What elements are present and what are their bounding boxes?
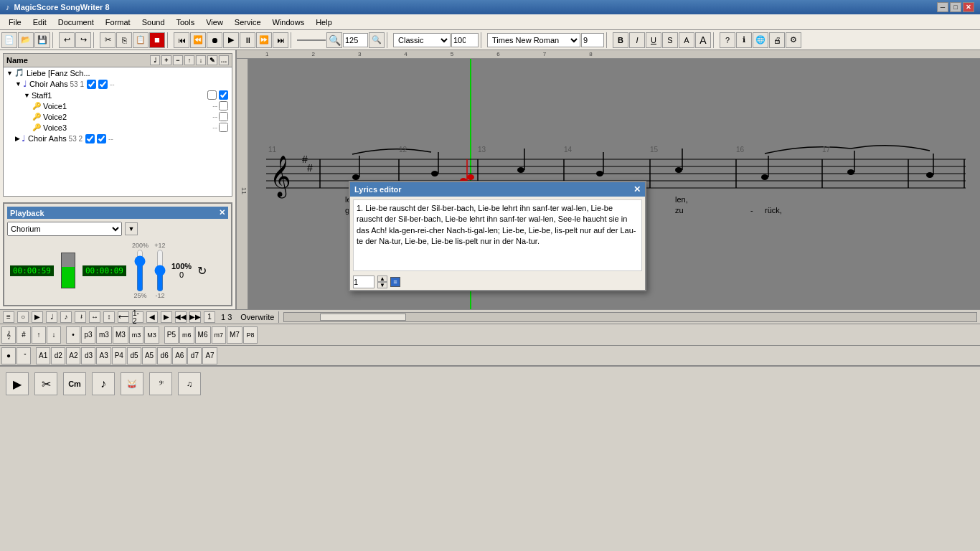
- menu-help[interactable]: Help: [310, 17, 338, 28]
- lyrics-close-button[interactable]: ✕: [633, 184, 641, 194]
- horizontal-scrollbar[interactable]: [283, 312, 977, 322]
- status-icon-4[interactable]: ♩: [46, 311, 57, 323]
- bt-P5[interactable]: P5: [164, 326, 179, 344]
- menu-edit[interactable]: Edit: [27, 17, 52, 28]
- volume-slider[interactable]: [154, 249, 166, 292]
- bt-M3[interactable]: M3: [113, 326, 128, 344]
- menu-tools[interactable]: Tools: [171, 17, 201, 28]
- tree-icon-4[interactable]: ↑: [184, 55, 194, 65]
- tb-play[interactable]: ▶: [223, 32, 239, 48]
- bt-rest[interactable]: 𝄻: [17, 347, 31, 364]
- tree-icon-1[interactable]: ♩: [150, 55, 160, 65]
- font-select[interactable]: Times New Roman: [487, 33, 580, 47]
- tb-play-end[interactable]: ⏭: [273, 32, 288, 48]
- tb-play-rec[interactable]: ⏺: [207, 32, 222, 48]
- tb-new[interactable]: 📄: [1, 32, 17, 48]
- bt-d6[interactable]: d6: [157, 347, 171, 364]
- status-icon-14[interactable]: ▶▶: [189, 311, 201, 323]
- bt-d3[interactable]: d3: [81, 347, 95, 364]
- tb-info[interactable]: ℹ: [736, 32, 752, 48]
- bt-m6[interactable]: m6: [179, 326, 194, 344]
- status-icon-15[interactable]: 1: [204, 311, 215, 323]
- menu-file[interactable]: File: [3, 17, 27, 28]
- status-icon-10[interactable]: 1-2: [132, 311, 143, 323]
- status-icon-7[interactable]: ↔: [89, 311, 100, 323]
- status-icon-12[interactable]: ▶: [161, 311, 172, 323]
- tree-check-staff1b[interactable]: [219, 90, 228, 100]
- bi-scissors-icon[interactable]: ✂: [34, 372, 57, 395]
- bi-play-icon[interactable]: ▶: [6, 372, 29, 395]
- tb-paste[interactable]: 📋: [133, 32, 149, 48]
- bt-P8[interactable]: P8: [243, 326, 258, 344]
- font-size-input[interactable]: [581, 33, 604, 47]
- bt-m3b[interactable]: m3: [129, 326, 144, 344]
- bi-staff-icon[interactable]: 𝄢: [149, 372, 172, 395]
- tb-play-start[interactable]: ⏮: [174, 32, 189, 48]
- lyrics-arrow-up[interactable]: ▲: [377, 276, 387, 282]
- bt-A5[interactable]: A5: [142, 347, 156, 364]
- minimize-button[interactable]: ─: [937, 2, 948, 12]
- tb-settings[interactable]: ⚙: [786, 32, 801, 48]
- tree-icon-7[interactable]: …: [219, 55, 229, 65]
- size-input[interactable]: [451, 33, 479, 47]
- score-area[interactable]: Lyrics editor ✕ 1. Lie-be rauscht der Si…: [248, 59, 980, 309]
- status-icon-9[interactable]: ⟵: [118, 311, 129, 323]
- bt-M7[interactable]: M7: [227, 326, 242, 344]
- status-icon-2[interactable]: ○: [17, 311, 29, 323]
- bt-down[interactable]: ↓: [47, 326, 61, 344]
- bt-dot[interactable]: •: [66, 326, 80, 344]
- lyrics-arrow-down[interactable]: ▼: [377, 282, 387, 288]
- tb-stop[interactable]: ■: [149, 32, 165, 48]
- bt-up[interactable]: ↑: [32, 326, 46, 344]
- menu-service[interactable]: Service: [229, 17, 267, 28]
- tree-check-choir1[interactable]: [87, 80, 96, 89]
- menu-view[interactable]: View: [200, 17, 229, 28]
- bt-A1[interactable]: A1: [36, 347, 50, 364]
- tb-zoom-in[interactable]: 🔍: [326, 32, 342, 48]
- status-icon-1[interactable]: ≡: [3, 311, 14, 323]
- style-select[interactable]: Classic: [393, 33, 451, 47]
- status-icon-13[interactable]: ◀◀: [175, 311, 187, 323]
- tb-printer[interactable]: 🖨: [769, 32, 785, 48]
- tree-check-choir2b[interactable]: [97, 134, 106, 143]
- tree-check-voice1[interactable]: [219, 101, 228, 110]
- status-icon-8[interactable]: ↕: [103, 311, 115, 323]
- close-button[interactable]: ✕: [963, 2, 974, 12]
- bt-m7[interactable]: m7: [212, 326, 227, 344]
- playback-instrument-select[interactable]: Chorium: [7, 222, 122, 236]
- tb-help[interactable]: ?: [720, 32, 735, 48]
- tree-item-voice3[interactable]: 🔑 Voice3 --: [4, 122, 232, 133]
- status-icon-5[interactable]: ♪: [60, 311, 72, 323]
- bt-A2[interactable]: A2: [66, 347, 80, 364]
- tree-check-staff1[interactable]: [207, 90, 217, 100]
- lyrics-content[interactable]: 1. Lie-be rauscht der Sil-ber-bach, Lie-…: [353, 199, 642, 271]
- tree-check-voice2[interactable]: [219, 112, 228, 121]
- tb-pause[interactable]: ⏸: [240, 32, 255, 48]
- menu-format[interactable]: Format: [100, 17, 136, 28]
- tree-item-staff1[interactable]: ▼ Staff1: [4, 90, 232, 100]
- menu-windows[interactable]: Windows: [267, 17, 311, 28]
- tree-item-choir1[interactable]: ▼ ♩ Choir Aahs 53 1 --: [4, 78, 232, 90]
- bt-d2[interactable]: d2: [51, 347, 65, 364]
- bt-M3b[interactable]: M3: [144, 326, 159, 344]
- playback-refresh[interactable]: ↻: [197, 264, 207, 278]
- bi-treble-icon[interactable]: ♫: [178, 372, 201, 395]
- bt-A6[interactable]: A6: [172, 347, 187, 364]
- tb-web[interactable]: 🌐: [753, 32, 768, 48]
- status-icon-6[interactable]: 𝄽: [75, 311, 86, 323]
- zoom-input[interactable]: 125: [343, 33, 368, 47]
- tb-cut[interactable]: ✂: [100, 32, 116, 48]
- lyrics-scroll-button[interactable]: ≡: [390, 277, 400, 287]
- menu-document[interactable]: Document: [52, 17, 100, 28]
- tb-undo[interactable]: ↩: [59, 32, 75, 48]
- tree-check-choir1b[interactable]: [98, 80, 108, 89]
- bi-drum-icon[interactable]: 🥁: [121, 372, 143, 395]
- tb-copy[interactable]: ⎘: [116, 32, 132, 48]
- tb-italic[interactable]: I: [629, 32, 645, 48]
- tb-underline[interactable]: U: [646, 32, 661, 48]
- tb-save[interactable]: 💾: [34, 32, 50, 48]
- tree-check-voice3[interactable]: [219, 123, 228, 132]
- tb-play-next[interactable]: ⏩: [256, 32, 272, 48]
- tb-align[interactable]: A: [679, 32, 694, 48]
- tb-zoom-btn[interactable]: 🔍: [369, 32, 385, 48]
